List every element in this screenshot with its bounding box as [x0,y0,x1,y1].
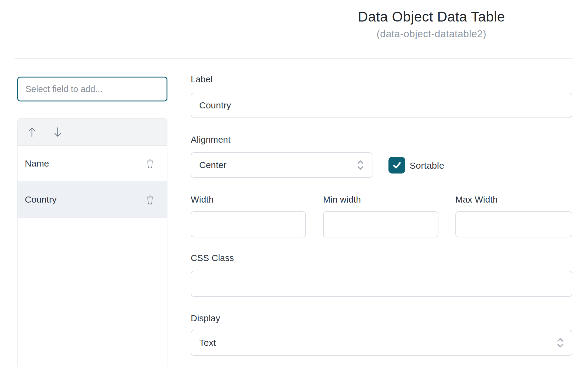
display-select-value: Text [199,338,216,348]
field-row[interactable]: Country [18,182,167,218]
max-width-input[interactable] [455,211,572,237]
trash-icon [146,194,154,205]
alignment-label: Alignment [191,135,231,145]
field-row-label: Name [25,158,49,169]
arrow-up-icon [28,127,36,137]
alignment-select[interactable]: Center [191,152,372,178]
delete-field-button[interactable] [146,158,154,169]
move-down-button[interactable] [54,127,62,137]
width-input[interactable] [191,211,306,237]
field-picker-input[interactable] [17,77,167,101]
display-label: Display [191,313,220,323]
min-width-input[interactable] [323,211,438,237]
display-select[interactable]: Text [191,330,572,356]
arrow-down-icon [54,127,62,137]
width-label: Width [191,195,214,205]
label-input[interactable] [191,93,572,118]
fields-panel: Name Country [17,118,167,367]
sortable-label: Sortable [410,160,444,171]
alignment-select-value: Center [199,160,226,170]
min-width-label: Min width [323,195,361,205]
field-row-label: Country [25,194,57,205]
page-root: Data Object Data Table (data-object-data… [0,0,588,367]
max-width-label: Max Width [455,195,498,205]
label-field-label: Label [191,74,213,84]
column-settings-form: Label Alignment Center Sortable Width Mi… [191,0,572,367]
checkmark-icon [392,160,402,170]
css-class-label: CSS Class [191,253,234,263]
css-class-input[interactable] [191,271,572,297]
sortable-checkbox[interactable] [388,157,405,174]
field-row[interactable]: Name [18,146,167,182]
delete-field-button[interactable] [146,194,154,205]
select-caret-icon [557,338,564,348]
trash-icon [146,158,154,169]
select-caret-icon [357,160,364,170]
fields-list-toolbar [18,119,167,146]
move-up-button[interactable] [28,127,36,137]
